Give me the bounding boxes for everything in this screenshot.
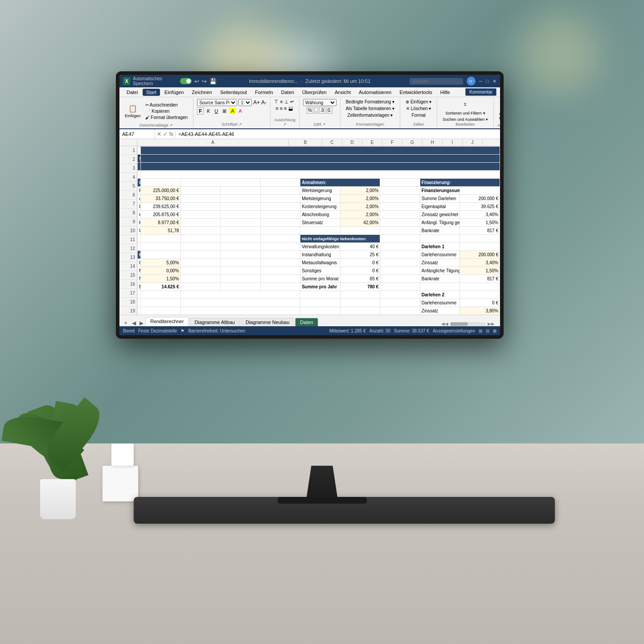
- sheet-tab-daten[interactable]: Daten: [295, 318, 318, 326]
- align-middle-icon[interactable]: ≡: [280, 99, 283, 105]
- zellen-loeschen-btn[interactable]: ✕ Löschen ▾: [404, 106, 433, 111]
- sheet-tab-diagramme-neubau[interactable]: Diagramme Neubau: [241, 318, 294, 326]
- cell-A7[interactable]: davon Grundstückspreis (pauschal 15%, we…: [138, 195, 141, 203]
- cell-B18[interactable]: 14.625 €: [141, 283, 181, 291]
- col-header-J[interactable]: J: [463, 139, 483, 146]
- cancel-formula-icon[interactable]: ✕: [157, 131, 161, 137]
- font-color-button[interactable]: A: [238, 108, 243, 114]
- cell-A8[interactable]: Gesamtinvestitionskosten: [138, 203, 141, 211]
- cell-F10[interactable]: Steuersatz: [300, 219, 340, 227]
- cell-G15[interactable]: 0 €: [340, 259, 380, 267]
- cell-B9[interactable]: 205.875,00 €: [141, 211, 181, 219]
- undo-icon[interactable]: ↩: [194, 78, 199, 85]
- align-center-icon[interactable]: ≡: [280, 106, 283, 111]
- sortieren-btn[interactable]: Sortieren und Filtern ▾: [444, 111, 487, 116]
- increase-decimal-button[interactable]: .0: [319, 107, 325, 114]
- underline-button[interactable]: U: [213, 108, 219, 114]
- font-family-select[interactable]: Source Sans Pro: [197, 99, 237, 106]
- align-left-icon[interactable]: ≡: [275, 106, 278, 111]
- cell-I7[interactable]: Summe Darlehen: [420, 195, 460, 203]
- add-sheet-icon[interactable]: +: [121, 319, 130, 326]
- cell-F14[interactable]: Instandhaltung: [300, 251, 340, 259]
- decrease-decimal-button[interactable]: 0.: [326, 107, 332, 114]
- menu-seitenlayout[interactable]: Seitenlayout: [217, 89, 251, 96]
- menu-automatisieren[interactable]: Automatisieren: [355, 89, 395, 96]
- sheet-tab-diagramme-altbau[interactable]: Diagramme Altbau: [189, 318, 240, 326]
- col-header-G[interactable]: G: [402, 139, 422, 146]
- sheet-tab-renditerechner[interactable]: Renditerechner: [145, 317, 189, 326]
- cell-I8[interactable]: Eigenkapital: [420, 203, 460, 211]
- menu-ueberpruefen[interactable]: Überprüfen: [299, 89, 330, 96]
- cell-I21[interactable]: Zinssatz: [420, 307, 460, 315]
- col-header-D[interactable]: D: [342, 139, 362, 146]
- cell-A16[interactable]: Maklercourtage: [138, 267, 141, 275]
- close-icon[interactable]: ✕: [492, 78, 496, 84]
- cell-B10[interactable]: 8.977,00 €: [141, 219, 181, 227]
- next-sheet-icon[interactable]: ▶: [138, 320, 145, 326]
- wrap-text-icon[interactable]: ↵: [290, 99, 294, 105]
- cell-G8[interactable]: 2,00%: [340, 203, 380, 211]
- ribbon-btn-ausschneiden[interactable]: ✂ Ausschneiden: [144, 102, 190, 108]
- search-input[interactable]: [410, 78, 463, 85]
- cell-I17[interactable]: Bankrate: [420, 275, 460, 283]
- cell-J10[interactable]: 1,50%: [460, 219, 500, 227]
- italic-button[interactable]: K: [205, 108, 211, 114]
- cell-J15[interactable]: 3,40%: [460, 259, 500, 267]
- cell-A9[interactable]: Basis der Gebäudeabschreibung (Kaufpreis…: [138, 211, 141, 219]
- cell-G17[interactable]: 65 €: [340, 275, 380, 283]
- ribbon-btn-einfuegen[interactable]: 📋 Einfügen: [123, 99, 143, 123]
- col-header-E[interactable]: E: [362, 139, 382, 146]
- page-break-icon[interactable]: ⊠: [493, 328, 496, 333]
- cell-J8[interactable]: 39.625 €: [460, 203, 500, 211]
- menu-zeichnen[interactable]: Zeichnen: [188, 89, 215, 96]
- cell-B15[interactable]: 5,00%: [141, 259, 181, 267]
- col-header-C[interactable]: C: [322, 139, 342, 146]
- cell-B11[interactable]: 51,78: [141, 227, 181, 235]
- cell-G9[interactable]: 2,00%: [340, 211, 380, 219]
- cell-J16[interactable]: 1,50%: [460, 267, 500, 275]
- menu-formeln[interactable]: Formeln: [251, 89, 276, 96]
- cell-F7[interactable]: Mietsteigerung: [300, 195, 340, 203]
- cell-B7[interactable]: 33.750,00 €: [141, 195, 181, 203]
- col-header-I[interactable]: I: [443, 139, 463, 146]
- formula-input[interactable]: =AE43-AE44-AE45-AE46: [176, 131, 500, 137]
- name-box[interactable]: AE47: [119, 129, 155, 139]
- cell-F17[interactable]: Summe pro Monat: [300, 275, 340, 283]
- align-bottom-icon[interactable]: ⊥: [284, 99, 289, 105]
- insert-function-icon[interactable]: fx: [169, 131, 173, 137]
- cell-I9[interactable]: Zinssatz gewichtet: [420, 211, 460, 219]
- font-size-select[interactable]: 11: [238, 99, 252, 106]
- cell-J11[interactable]: 817 €: [460, 227, 500, 235]
- cell-A5[interactable]: Objektdaten:: [138, 179, 141, 187]
- cell-I15[interactable]: Zinssatz: [420, 259, 460, 267]
- cell-F15[interactable]: Mietausfallwagnis: [300, 259, 340, 267]
- cell-F13[interactable]: Verwaltungskosten: [300, 243, 340, 251]
- merge-icon[interactable]: ⬓: [288, 106, 293, 111]
- cell-A14[interactable]: Kauferwerbsnebenkosten:: [138, 251, 141, 259]
- cell-G18[interactable]: 780 €: [340, 283, 380, 291]
- cell-G14[interactable]: 25 €: [340, 251, 380, 259]
- menu-entwicklertools[interactable]: Entwicklertools: [396, 89, 435, 96]
- save-icon[interactable]: 💾: [209, 78, 217, 85]
- zellen-format-btn[interactable]: Format: [410, 112, 427, 118]
- percent-button[interactable]: %: [307, 107, 313, 114]
- cell-F18[interactable]: Summe pro Jahr: [300, 283, 340, 291]
- menu-start[interactable]: Start: [143, 89, 160, 96]
- menu-ansicht[interactable]: Ansicht: [331, 89, 354, 96]
- cell-A6[interactable]: Kaufpreis / Verkehrswert: [138, 187, 141, 195]
- confirm-formula-icon[interactable]: ✓: [163, 131, 168, 137]
- font-increase-icon[interactable]: A+: [253, 99, 260, 106]
- bold-button[interactable]: F: [197, 107, 204, 115]
- cell-G13[interactable]: 40 €: [340, 243, 380, 251]
- cell-F16[interactable]: Sonstiges: [300, 267, 340, 275]
- ribbon-btn-summe[interactable]: Σ: [458, 99, 472, 110]
- ribbon-btn-format-uebertragen[interactable]: 🖌 Format übertragen: [144, 115, 190, 120]
- menu-einfuegen[interactable]: Einfügen: [161, 89, 187, 96]
- cell-A18[interactable]: Summe pro Jahr: [138, 283, 141, 291]
- menu-hilfe[interactable]: Hilfe: [437, 89, 454, 96]
- ribbon-btn-kopieren[interactable]: 📄 Kopieren: [144, 108, 190, 114]
- align-right-icon[interactable]: ≡: [284, 106, 287, 111]
- border-button[interactable]: ⊞: [221, 108, 228, 115]
- align-top-icon[interactable]: ⊤: [274, 99, 279, 105]
- cell-G6[interactable]: 2,00%: [340, 187, 380, 195]
